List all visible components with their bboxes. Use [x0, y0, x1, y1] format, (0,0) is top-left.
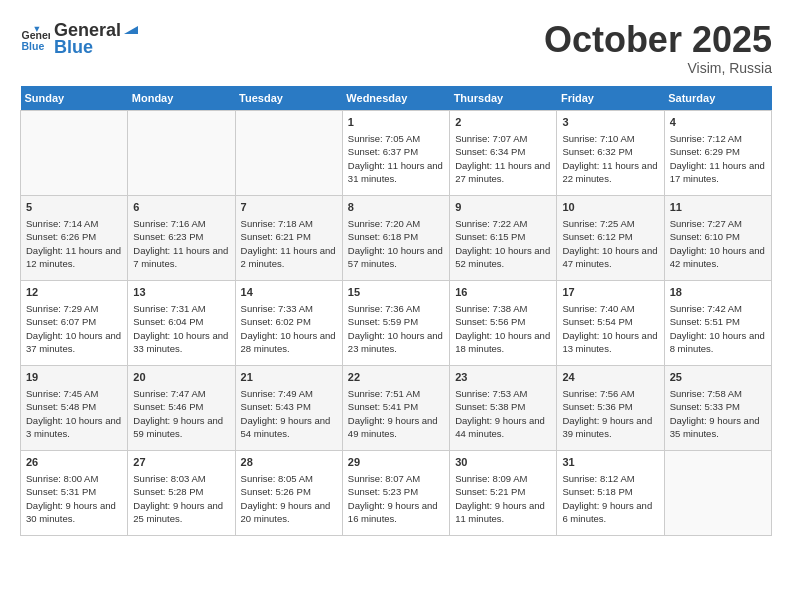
day-cell-26: 26Sunrise: 8:00 AM Sunset: 5:31 PM Dayli… [21, 450, 128, 535]
day-info-3: Sunrise: 7:10 AM Sunset: 6:32 PM Dayligh… [562, 132, 658, 185]
col-header-tuesday: Tuesday [235, 86, 342, 111]
day-number-5: 5 [26, 200, 122, 215]
day-cell-9: 9Sunrise: 7:22 AM Sunset: 6:15 PM Daylig… [450, 195, 557, 280]
day-number-24: 24 [562, 370, 658, 385]
day-cell-28: 28Sunrise: 8:05 AM Sunset: 5:26 PM Dayli… [235, 450, 342, 535]
day-info-31: Sunrise: 8:12 AM Sunset: 5:18 PM Dayligh… [562, 472, 658, 525]
day-cell-11: 11Sunrise: 7:27 AM Sunset: 6:10 PM Dayli… [664, 195, 771, 280]
day-info-11: Sunrise: 7:27 AM Sunset: 6:10 PM Dayligh… [670, 217, 766, 270]
day-number-14: 14 [241, 285, 337, 300]
week-row-4: 19Sunrise: 7:45 AM Sunset: 5:48 PM Dayli… [21, 365, 772, 450]
day-number-9: 9 [455, 200, 551, 215]
day-number-4: 4 [670, 115, 766, 130]
day-cell-21: 21Sunrise: 7:49 AM Sunset: 5:43 PM Dayli… [235, 365, 342, 450]
day-info-14: Sunrise: 7:33 AM Sunset: 6:02 PM Dayligh… [241, 302, 337, 355]
day-number-20: 20 [133, 370, 229, 385]
day-number-10: 10 [562, 200, 658, 215]
day-cell-7: 7Sunrise: 7:18 AM Sunset: 6:21 PM Daylig… [235, 195, 342, 280]
col-header-thursday: Thursday [450, 86, 557, 111]
day-number-13: 13 [133, 285, 229, 300]
empty-cell [235, 110, 342, 195]
week-row-1: 1Sunrise: 7:05 AM Sunset: 6:37 PM Daylig… [21, 110, 772, 195]
day-cell-5: 5Sunrise: 7:14 AM Sunset: 6:26 PM Daylig… [21, 195, 128, 280]
day-cell-3: 3Sunrise: 7:10 AM Sunset: 6:32 PM Daylig… [557, 110, 664, 195]
day-cell-23: 23Sunrise: 7:53 AM Sunset: 5:38 PM Dayli… [450, 365, 557, 450]
day-info-20: Sunrise: 7:47 AM Sunset: 5:46 PM Dayligh… [133, 387, 229, 440]
day-info-19: Sunrise: 7:45 AM Sunset: 5:48 PM Dayligh… [26, 387, 122, 440]
day-number-27: 27 [133, 455, 229, 470]
day-number-25: 25 [670, 370, 766, 385]
day-number-7: 7 [241, 200, 337, 215]
day-info-9: Sunrise: 7:22 AM Sunset: 6:15 PM Dayligh… [455, 217, 551, 270]
day-info-18: Sunrise: 7:42 AM Sunset: 5:51 PM Dayligh… [670, 302, 766, 355]
day-number-31: 31 [562, 455, 658, 470]
logo-triangle [122, 18, 140, 36]
day-number-18: 18 [670, 285, 766, 300]
day-info-24: Sunrise: 7:56 AM Sunset: 5:36 PM Dayligh… [562, 387, 658, 440]
day-info-12: Sunrise: 7:29 AM Sunset: 6:07 PM Dayligh… [26, 302, 122, 355]
col-header-friday: Friday [557, 86, 664, 111]
day-info-2: Sunrise: 7:07 AM Sunset: 6:34 PM Dayligh… [455, 132, 551, 185]
col-header-sunday: Sunday [21, 86, 128, 111]
day-info-1: Sunrise: 7:05 AM Sunset: 6:37 PM Dayligh… [348, 132, 444, 185]
page-header: General Blue General Blue October 2025 V… [20, 20, 772, 76]
calendar-table: SundayMondayTuesdayWednesdayThursdayFrid… [20, 86, 772, 536]
day-info-5: Sunrise: 7:14 AM Sunset: 6:26 PM Dayligh… [26, 217, 122, 270]
day-info-6: Sunrise: 7:16 AM Sunset: 6:23 PM Dayligh… [133, 217, 229, 270]
day-info-30: Sunrise: 8:09 AM Sunset: 5:21 PM Dayligh… [455, 472, 551, 525]
day-cell-12: 12Sunrise: 7:29 AM Sunset: 6:07 PM Dayli… [21, 280, 128, 365]
calendar-header-row: SundayMondayTuesdayWednesdayThursdayFrid… [21, 86, 772, 111]
day-cell-27: 27Sunrise: 8:03 AM Sunset: 5:28 PM Dayli… [128, 450, 235, 535]
day-number-8: 8 [348, 200, 444, 215]
day-number-28: 28 [241, 455, 337, 470]
day-info-10: Sunrise: 7:25 AM Sunset: 6:12 PM Dayligh… [562, 217, 658, 270]
day-number-22: 22 [348, 370, 444, 385]
day-number-12: 12 [26, 285, 122, 300]
logo: General Blue General Blue [20, 20, 140, 58]
day-info-28: Sunrise: 8:05 AM Sunset: 5:26 PM Dayligh… [241, 472, 337, 525]
day-cell-16: 16Sunrise: 7:38 AM Sunset: 5:56 PM Dayli… [450, 280, 557, 365]
day-cell-25: 25Sunrise: 7:58 AM Sunset: 5:33 PM Dayli… [664, 365, 771, 450]
day-cell-15: 15Sunrise: 7:36 AM Sunset: 5:59 PM Dayli… [342, 280, 449, 365]
day-info-22: Sunrise: 7:51 AM Sunset: 5:41 PM Dayligh… [348, 387, 444, 440]
col-header-saturday: Saturday [664, 86, 771, 111]
day-info-17: Sunrise: 7:40 AM Sunset: 5:54 PM Dayligh… [562, 302, 658, 355]
day-info-4: Sunrise: 7:12 AM Sunset: 6:29 PM Dayligh… [670, 132, 766, 185]
day-number-17: 17 [562, 285, 658, 300]
day-cell-10: 10Sunrise: 7:25 AM Sunset: 6:12 PM Dayli… [557, 195, 664, 280]
day-number-26: 26 [26, 455, 122, 470]
logo-icon: General Blue [20, 24, 50, 54]
day-info-23: Sunrise: 7:53 AM Sunset: 5:38 PM Dayligh… [455, 387, 551, 440]
day-cell-17: 17Sunrise: 7:40 AM Sunset: 5:54 PM Dayli… [557, 280, 664, 365]
day-cell-2: 2Sunrise: 7:07 AM Sunset: 6:34 PM Daylig… [450, 110, 557, 195]
empty-cell [664, 450, 771, 535]
day-info-8: Sunrise: 7:20 AM Sunset: 6:18 PM Dayligh… [348, 217, 444, 270]
day-number-3: 3 [562, 115, 658, 130]
day-info-25: Sunrise: 7:58 AM Sunset: 5:33 PM Dayligh… [670, 387, 766, 440]
week-row-2: 5Sunrise: 7:14 AM Sunset: 6:26 PM Daylig… [21, 195, 772, 280]
day-number-6: 6 [133, 200, 229, 215]
day-info-15: Sunrise: 7:36 AM Sunset: 5:59 PM Dayligh… [348, 302, 444, 355]
week-row-3: 12Sunrise: 7:29 AM Sunset: 6:07 PM Dayli… [21, 280, 772, 365]
day-number-16: 16 [455, 285, 551, 300]
title-block: October 2025 Visim, Russia [544, 20, 772, 76]
day-cell-13: 13Sunrise: 7:31 AM Sunset: 6:04 PM Dayli… [128, 280, 235, 365]
day-cell-1: 1Sunrise: 7:05 AM Sunset: 6:37 PM Daylig… [342, 110, 449, 195]
day-cell-8: 8Sunrise: 7:20 AM Sunset: 6:18 PM Daylig… [342, 195, 449, 280]
month-title: October 2025 [544, 20, 772, 60]
day-cell-19: 19Sunrise: 7:45 AM Sunset: 5:48 PM Dayli… [21, 365, 128, 450]
day-info-29: Sunrise: 8:07 AM Sunset: 5:23 PM Dayligh… [348, 472, 444, 525]
day-number-23: 23 [455, 370, 551, 385]
day-cell-18: 18Sunrise: 7:42 AM Sunset: 5:51 PM Dayli… [664, 280, 771, 365]
week-row-5: 26Sunrise: 8:00 AM Sunset: 5:31 PM Dayli… [21, 450, 772, 535]
day-cell-24: 24Sunrise: 7:56 AM Sunset: 5:36 PM Dayli… [557, 365, 664, 450]
day-number-15: 15 [348, 285, 444, 300]
day-cell-30: 30Sunrise: 8:09 AM Sunset: 5:21 PM Dayli… [450, 450, 557, 535]
svg-text:Blue: Blue [22, 40, 45, 52]
svg-marker-3 [124, 26, 138, 34]
day-cell-31: 31Sunrise: 8:12 AM Sunset: 5:18 PM Dayli… [557, 450, 664, 535]
day-cell-4: 4Sunrise: 7:12 AM Sunset: 6:29 PM Daylig… [664, 110, 771, 195]
day-cell-6: 6Sunrise: 7:16 AM Sunset: 6:23 PM Daylig… [128, 195, 235, 280]
day-info-21: Sunrise: 7:49 AM Sunset: 5:43 PM Dayligh… [241, 387, 337, 440]
day-number-2: 2 [455, 115, 551, 130]
